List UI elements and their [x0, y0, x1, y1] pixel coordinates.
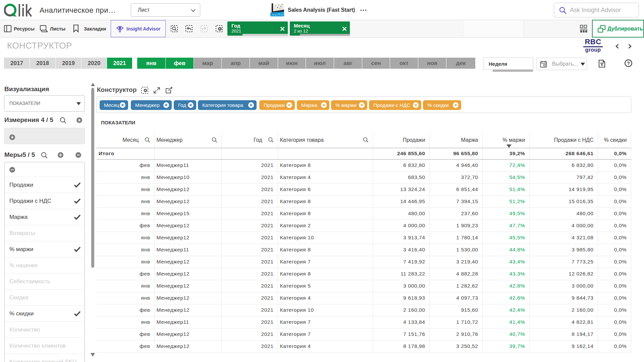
svg-text:?: ? [627, 61, 630, 66]
